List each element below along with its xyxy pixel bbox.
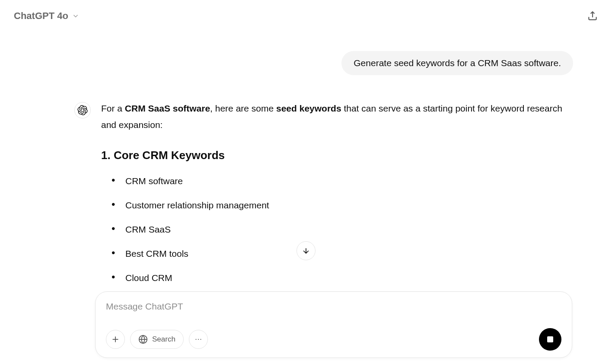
chevron-down-icon <box>72 12 80 20</box>
composer-toolbar: Search <box>106 328 561 351</box>
list-item: Customer relationship management <box>112 197 573 214</box>
svg-point-7 <box>198 339 199 340</box>
user-message-bubble: Generate seed keywords for a CRM Saas so… <box>341 51 573 75</box>
composer-wrap: Search <box>0 287 612 364</box>
search-web-label: Search <box>152 335 175 344</box>
assistant-intro-paragraph: For a CRM SaaS software, here are some s… <box>101 100 573 133</box>
share-icon[interactable] <box>587 10 598 22</box>
header: ChatGPT 4o <box>0 0 612 32</box>
globe-icon <box>138 335 148 344</box>
model-selector[interactable]: ChatGPT 4o <box>14 10 80 22</box>
message-input[interactable] <box>106 300 561 313</box>
toolbar-left: Search <box>106 330 208 349</box>
attach-button[interactable] <box>106 330 125 349</box>
svg-point-6 <box>195 339 196 340</box>
scroll-to-bottom-button[interactable] <box>296 241 316 260</box>
more-options-button[interactable] <box>189 330 208 349</box>
chatgpt-logo-icon <box>77 105 88 115</box>
ellipsis-icon <box>194 335 203 344</box>
svg-point-8 <box>200 339 201 340</box>
plus-icon <box>111 335 120 344</box>
keyword-list: CRM software Customer relationship manag… <box>101 173 573 282</box>
assistant-avatar <box>74 102 91 118</box>
arrow-down-icon <box>302 246 310 255</box>
stop-generation-button[interactable] <box>539 328 561 351</box>
section-heading: 1. Core CRM Keywords <box>101 145 573 166</box>
assistant-content: For a CRM SaaS software, here are some s… <box>101 100 573 282</box>
list-item: CRM software <box>112 173 573 189</box>
list-item: CRM SaaS <box>112 221 573 238</box>
composer: Search <box>95 291 572 358</box>
list-item: Best CRM tools <box>112 246 573 262</box>
search-web-button[interactable]: Search <box>130 330 184 349</box>
stop-icon <box>547 336 553 342</box>
user-message-row: Generate seed keywords for a CRM Saas so… <box>0 43 612 83</box>
user-message-text: Generate seed keywords for a CRM Saas so… <box>354 58 561 68</box>
list-item: Cloud CRM <box>112 270 573 282</box>
model-label: ChatGPT 4o <box>14 10 68 22</box>
